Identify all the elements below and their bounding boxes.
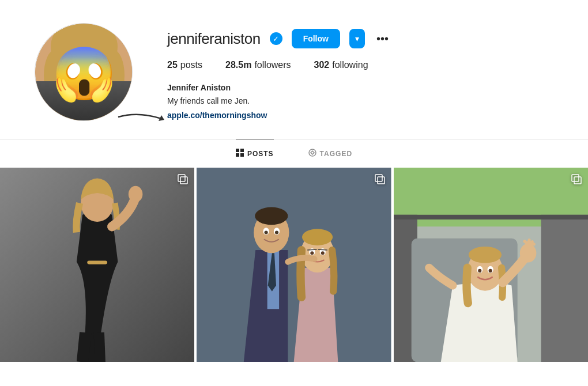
multi-post-icon-2: [374, 173, 386, 188]
followers-count: 28.5m: [225, 60, 251, 70]
profile-section: jenniferaniston ✓ Follow ▾ ••• 25 posts …: [0, 0, 588, 139]
svg-rect-18: [240, 149, 244, 152]
bio-link[interactable]: apple.co/themorningshow: [167, 109, 267, 122]
bio-section: Jennifer Aniston My friends call me Jen.…: [167, 82, 553, 122]
svg-rect-27: [178, 175, 185, 181]
following-stat[interactable]: 302 following: [314, 60, 368, 70]
tab-tagged[interactable]: TAGGED: [308, 139, 352, 168]
followers-label: followers: [254, 60, 291, 70]
svg-rect-30: [197, 168, 391, 362]
post-2[interactable]: [197, 168, 391, 362]
svg-point-43: [321, 251, 325, 255]
svg-rect-45: [378, 177, 385, 184]
svg-point-33: [255, 207, 288, 225]
svg-rect-20: [240, 153, 244, 157]
svg-point-7: [71, 71, 77, 77]
arrow-icon: [115, 108, 167, 126]
tag-icon: [308, 149, 316, 158]
svg-rect-19: [236, 153, 239, 157]
followers-stat[interactable]: 28.5m followers: [225, 60, 291, 70]
svg-point-15: [51, 103, 118, 121]
posts-stat[interactable]: 25 posts: [167, 60, 202, 70]
svg-point-25: [129, 186, 143, 203]
multi-post-icon-3: [571, 173, 582, 188]
svg-point-36: [265, 230, 268, 234]
posts-grid: [0, 168, 588, 362]
stats-row: 25 posts 28.5m followers 302 following: [167, 60, 553, 70]
svg-rect-50: [541, 215, 588, 362]
svg-point-5: [69, 67, 79, 78]
svg-point-3: [44, 50, 67, 101]
svg-rect-44: [375, 175, 382, 181]
svg-point-58: [519, 244, 536, 263]
svg-point-21: [309, 149, 316, 156]
following-count: 302: [314, 60, 330, 70]
svg-point-39: [302, 229, 333, 245]
ellipsis-icon: •••: [376, 32, 389, 46]
posts-label: posts: [180, 60, 202, 70]
svg-point-53: [468, 247, 501, 263]
svg-point-2: [60, 50, 108, 107]
verified-icon: ✓: [273, 35, 279, 43]
post-2-image: [197, 168, 391, 362]
chevron-down-icon: ▾: [355, 34, 359, 43]
svg-rect-17: [236, 149, 239, 152]
svg-point-56: [478, 269, 481, 273]
svg-point-10: [92, 71, 95, 74]
svg-point-42: [311, 251, 314, 255]
tab-posts-label: POSTS: [247, 150, 274, 158]
profile-header-row: jenniferaniston ✓ Follow ▾ •••: [167, 29, 553, 48]
post-1[interactable]: [0, 168, 194, 362]
bio-name: Jennifer Aniston: [167, 82, 553, 94]
post-3-image: [394, 168, 588, 362]
svg-point-14: [99, 82, 118, 98]
username: jenniferaniston: [167, 30, 261, 48]
svg-rect-26: [87, 261, 107, 264]
follow-button[interactable]: Follow: [292, 29, 340, 48]
svg-point-12: [76, 82, 92, 92]
multi-post-icon-1: [177, 173, 189, 188]
following-label: following: [332, 60, 368, 70]
follow-dropdown-button[interactable]: ▾: [349, 29, 365, 48]
avatar[interactable]: [35, 23, 133, 121]
svg-point-6: [89, 67, 100, 78]
svg-point-9: [71, 71, 74, 74]
svg-rect-59: [394, 215, 588, 220]
svg-rect-61: [574, 177, 581, 184]
svg-rect-60: [572, 175, 579, 181]
post-1-image: [0, 168, 194, 362]
tabs-row: POSTS TAGGED: [0, 139, 588, 168]
svg-point-4: [101, 50, 125, 101]
svg-point-8: [92, 71, 97, 77]
bio-link-row: apple.co/themorningshow: [167, 109, 553, 122]
svg-point-1: [51, 24, 118, 75]
posts-count: 25: [167, 60, 178, 70]
tab-tagged-label: TAGGED: [320, 150, 352, 158]
svg-point-13: [50, 82, 69, 98]
tab-posts[interactable]: POSTS: [236, 139, 274, 168]
svg-rect-28: [180, 177, 187, 184]
svg-point-11: [75, 81, 93, 95]
post-3[interactable]: [394, 168, 588, 362]
svg-point-57: [488, 269, 492, 273]
svg-point-37: [275, 230, 278, 234]
grid-icon: [236, 149, 244, 158]
profile-info: jenniferaniston ✓ Follow ▾ ••• 25 posts …: [167, 23, 553, 122]
bio-description: My friends call me Jen.: [167, 95, 553, 107]
more-options-button[interactable]: •••: [374, 32, 391, 46]
verified-badge: ✓: [270, 32, 282, 45]
